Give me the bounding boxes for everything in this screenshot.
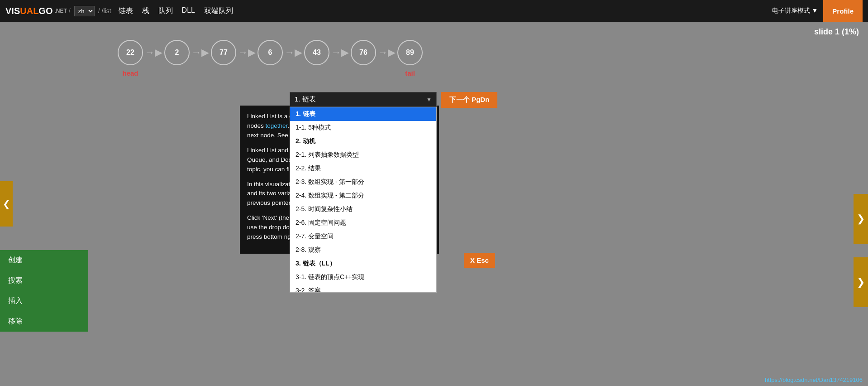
right-chevron-icon-top: ❯ bbox=[857, 213, 865, 225]
dropdown-item-10[interactable]: 2-8. 观察 bbox=[290, 243, 436, 257]
ll-node-2: 2 bbox=[164, 40, 190, 65]
left-chevron-icon: ❮ bbox=[3, 198, 10, 209]
nav-link-linked-list[interactable]: 链表 bbox=[119, 6, 133, 16]
ll-node-value-6: 6 bbox=[258, 40, 283, 65]
dropdown-panel: 1. 链表 ▼ 1. 链表1-1. 5种模式2. 动机2-1. 列表抽象数据类型… bbox=[290, 92, 437, 293]
main-area: slide 1 (1%) 22 head →▶ 2 →▶ 77 →▶ 6 →▶ … bbox=[0, 22, 868, 386]
logo-vis: VISUALGO bbox=[5, 6, 52, 16]
ll-node-77: 77 bbox=[211, 40, 236, 65]
ll-arrow-3: →▶ bbox=[236, 47, 258, 58]
dropdown-item-7[interactable]: 2-5. 时间复杂性小结 bbox=[290, 203, 436, 216]
left-menu-item-1[interactable]: 搜索 bbox=[0, 270, 88, 291]
right-nav-arrow-bottom[interactable]: ❯ bbox=[854, 257, 868, 307]
dropdown-item-6[interactable]: 2-4. 数组实现 - 第二部分 bbox=[290, 189, 436, 203]
ll-arrow-6: →▶ bbox=[376, 47, 397, 58]
ll-node-value-77: 77 bbox=[211, 40, 236, 65]
right-nav-arrow-top[interactable]: ❯ bbox=[854, 194, 868, 244]
slide-indicator: slide 1 (1%) bbox=[814, 27, 859, 37]
next-button[interactable]: 下一个 PgDn bbox=[441, 92, 497, 108]
language-selector[interactable]: zh en bbox=[74, 6, 95, 16]
ll-node-6: 6 bbox=[258, 40, 283, 65]
dropdown-item-0[interactable]: 1. 链表 bbox=[290, 107, 436, 121]
nav-path: /list bbox=[102, 7, 111, 14]
nav-separator: / bbox=[69, 7, 71, 14]
ll-node-89: 89 tail bbox=[397, 40, 423, 65]
dropdown-item-11[interactable]: 3. 链表（LL） bbox=[290, 257, 436, 270]
nav-link-dll[interactable]: DLL bbox=[182, 6, 195, 16]
dropdown-item-2[interactable]: 2. 动机 bbox=[290, 135, 436, 148]
ll-arrow-2: →▶ bbox=[190, 47, 211, 58]
logo-net: .NET bbox=[54, 8, 67, 14]
bottom-link[interactable]: https://blog.csdn.net/Dan1374219106 bbox=[765, 376, 863, 383]
ll-arrow-5: →▶ bbox=[329, 47, 351, 58]
dropdown-item-1[interactable]: 1-1. 5种模式 bbox=[290, 121, 436, 135]
logo: VISUALGO .NET bbox=[5, 6, 67, 16]
profile-button[interactable]: Profile bbox=[823, 0, 863, 22]
left-menu-item-0[interactable]: 创建 bbox=[0, 250, 88, 270]
dropdown-current-label: 1. 链表 bbox=[295, 95, 316, 104]
topbar: VISUALGO .NET / zh en / /list 链表 栈 队列 DL… bbox=[0, 0, 868, 22]
ll-arrow-1: →▶ bbox=[143, 47, 164, 58]
dropdown-item-3[interactable]: 2-1. 列表抽象数据类型 bbox=[290, 148, 436, 162]
dropdown-item-12[interactable]: 3-1. 链表的顶点C++实现 bbox=[290, 270, 436, 284]
ll-head-label: head bbox=[122, 69, 138, 77]
dropdown-item-8[interactable]: 2-6. 固定空间问题 bbox=[290, 216, 436, 230]
nav-link-stack[interactable]: 栈 bbox=[142, 6, 149, 16]
ll-node-22: 22 head bbox=[118, 40, 143, 65]
nav-right: 电子讲座模式 ▼ Profile bbox=[772, 0, 863, 22]
nav-separator2: / bbox=[98, 7, 100, 14]
ll-node-value-22: 22 bbox=[118, 40, 143, 65]
ll-node-value-2: 2 bbox=[164, 40, 190, 65]
ll-node-76: 76 bbox=[351, 40, 376, 65]
ll-node-value-89: 89 bbox=[397, 40, 423, 65]
ll-node-value-43: 43 bbox=[304, 40, 329, 65]
left-menu-item-3[interactable]: 移除 bbox=[0, 311, 88, 332]
left-nav-arrow[interactable]: ❮ bbox=[0, 181, 13, 227]
ll-node-value-76: 76 bbox=[351, 40, 376, 65]
linked-list-visualization: 22 head →▶ 2 →▶ 77 →▶ 6 →▶ 43 →▶ 76 →▶ 8… bbox=[118, 40, 423, 65]
dropdown-item-13[interactable]: 3-2. 答案 bbox=[290, 284, 436, 293]
esc-button[interactable]: X Esc bbox=[464, 253, 495, 268]
nav-link-deque[interactable]: 双端队列 bbox=[204, 6, 233, 16]
left-menu: 创建搜索插入移除 bbox=[0, 250, 88, 332]
dropdown-item-9[interactable]: 2-7. 变量空间 bbox=[290, 230, 436, 243]
electure-button[interactable]: 电子讲座模式 ▼ bbox=[772, 7, 818, 15]
ll-arrow-4: →▶ bbox=[283, 47, 304, 58]
highlight-together: together bbox=[266, 122, 288, 129]
dropdown-item-5[interactable]: 2-3. 数组实现 - 第一部分 bbox=[290, 175, 436, 189]
ll-tail-label: tail bbox=[405, 69, 415, 77]
dropdown-list[interactable]: 1. 链表1-1. 5种模式2. 动机2-1. 列表抽象数据类型2-2. 结果2… bbox=[290, 107, 437, 293]
nav-link-queue[interactable]: 队列 bbox=[158, 6, 173, 16]
ll-node-43: 43 bbox=[304, 40, 329, 65]
nav-links: 链表 栈 队列 DLL 双端队列 bbox=[119, 6, 233, 16]
dropdown-header[interactable]: 1. 链表 ▼ bbox=[290, 92, 437, 107]
dropdown-item-4[interactable]: 2-2. 结果 bbox=[290, 162, 436, 175]
right-chevron-icon-bottom: ❯ bbox=[857, 276, 865, 288]
left-menu-item-2[interactable]: 插入 bbox=[0, 291, 88, 311]
chevron-down-icon: ▼ bbox=[426, 96, 432, 103]
